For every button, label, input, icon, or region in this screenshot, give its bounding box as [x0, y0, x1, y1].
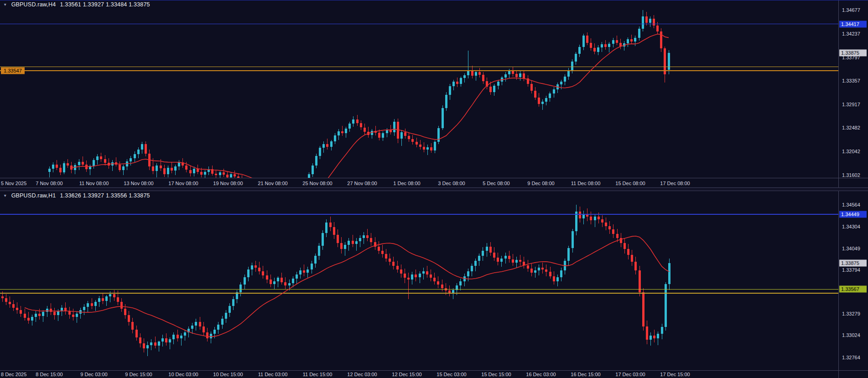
price-tick: 1.33279: [842, 311, 860, 316]
panel-splitter[interactable]: [0, 187, 868, 191]
time-label: 25 Nov 08:00: [302, 181, 332, 186]
time-label: 12 Dec 15:00: [392, 372, 421, 377]
price-tick: 1.33024: [842, 332, 860, 338]
time-label: 5 Dec 08:00: [483, 181, 509, 186]
price-tick: 1.31602: [842, 172, 860, 178]
chart-panel-h1: ▼ GBPUSD.raw,H1 1.33626 1.33927 1.33556 …: [0, 191, 868, 378]
price-tick: 1.32482: [842, 125, 860, 130]
time-label: 9 Dec 08:00: [527, 181, 554, 186]
time-label: 1 Dec 08:00: [393, 181, 420, 186]
chart-title-h4: ▼ GBPUSD.raw,H4 1.33561 1.33927 1.33484 …: [3, 1, 150, 8]
time-axis-h4[interactable]: 5 Nov 20257 Nov 08:0011 Nov 08:0013 Nov …: [0, 178, 868, 187]
ma-line: [72, 34, 669, 178]
chart-ohlc-values: 1.33626 1.33927 1.33556 1.33875: [60, 192, 150, 199]
price-tick: 1.34304: [842, 224, 860, 229]
level-lines-layer: [0, 24, 838, 71]
candles-layer: [1, 205, 670, 356]
panel-top-border: [0, 0, 868, 0]
chart-title-h1: ▼ GBPUSD.raw,H1 1.33626 1.33927 1.33556 …: [3, 192, 150, 199]
time-label: 7 Nov 08:00: [36, 181, 62, 186]
time-label: 8 Dec 2025: [1, 372, 26, 377]
price-tick: 1.32042: [842, 149, 860, 154]
symbol-collapse-icon[interactable]: ▼: [3, 193, 7, 198]
blue-resistance-price-badge: 1.34449: [839, 211, 867, 218]
time-label: 10 Dec 03:00: [168, 372, 198, 377]
price-tick: 1.32917: [842, 102, 860, 107]
candles-layer: [48, 10, 670, 178]
price-tick: 1.33794: [842, 267, 860, 273]
price-tick: 1.32764: [842, 355, 860, 360]
gold-zone-upper-price-badge: 1.33567: [839, 286, 867, 293]
time-label: 19 Nov 08:00: [213, 181, 243, 186]
price-tick: 1.33357: [842, 78, 860, 83]
time-label: 9 Dec 15:00: [125, 372, 152, 377]
trading-terminal: ▼ GBPUSD.raw,H4 1.33561 1.33927 1.33484 …: [0, 0, 868, 378]
price-tick: 1.34237: [842, 31, 860, 36]
time-label: 16 Dec 15:00: [571, 372, 600, 377]
time-label: 5 Nov 2025: [1, 181, 26, 186]
chart-panel-h4: ▼ GBPUSD.raw,H4 1.33561 1.33927 1.33484 …: [0, 0, 868, 187]
time-label: 17 Dec 03:00: [615, 372, 645, 377]
candlestick-plot-h4[interactable]: [0, 0, 838, 178]
price-tick: 1.34564: [842, 202, 860, 207]
time-label: 17 Nov 08:00: [168, 181, 198, 186]
candlestick-plot-h1[interactable]: [0, 191, 838, 370]
time-label: 11 Nov 08:00: [79, 181, 109, 186]
time-label: 15 Dec 03:00: [437, 372, 466, 377]
time-label: 11 Dec 15:00: [303, 372, 333, 377]
time-label: 13 Nov 08:00: [124, 181, 153, 186]
chart-symbol-label: GBPUSD.raw,H4: [11, 1, 56, 8]
price-tick: 1.34049: [842, 246, 860, 251]
time-label: 3 Dec 08:00: [438, 181, 465, 186]
current-price-badge: 1.33875: [839, 50, 867, 57]
gold-zone-lower-price-badge: 1.33547: [1, 67, 25, 74]
time-label: 17 Dec 08:00: [660, 181, 690, 186]
price-axis-h4[interactable]: 1.346771.342371.337971.333571.329171.324…: [838, 0, 868, 187]
time-label: 11 Dec 03:00: [258, 372, 288, 377]
blue-resistance-price-badge: 1.34417: [839, 21, 867, 27]
time-label: 21 Nov 08:00: [258, 181, 287, 186]
time-label: 16 Dec 03:00: [526, 372, 556, 377]
time-label: 9 Dec 03:00: [80, 372, 107, 377]
time-label: 27 Nov 08:00: [347, 181, 377, 186]
time-label: 17 Dec 15:00: [660, 372, 690, 377]
time-label: 15 Dec 15:00: [481, 372, 511, 377]
time-label: 15 Dec 08:00: [615, 181, 645, 186]
time-label: 8 Dec 15:00: [36, 372, 62, 377]
price-axis-h1[interactable]: 1.345641.343041.340491.337941.332791.330…: [838, 191, 868, 378]
time-axis-h1[interactable]: 8 Dec 20258 Dec 15:009 Dec 03:009 Dec 15…: [0, 370, 868, 378]
chart-ohlc-values: 1.33561 1.33927 1.33484 1.33875: [60, 1, 150, 8]
chart-symbol-label: GBPUSD.raw,H1: [11, 192, 56, 199]
time-label: 11 Dec 08:00: [571, 181, 601, 186]
time-label: 12 Dec 03:00: [347, 372, 377, 377]
current-price-badge: 1.33875: [839, 259, 867, 266]
price-tick: 1.34677: [842, 7, 860, 13]
level-lines-layer: [0, 214, 838, 293]
symbol-collapse-icon[interactable]: ▼: [3, 2, 7, 7]
time-label: 10 Dec 15:00: [213, 372, 243, 377]
